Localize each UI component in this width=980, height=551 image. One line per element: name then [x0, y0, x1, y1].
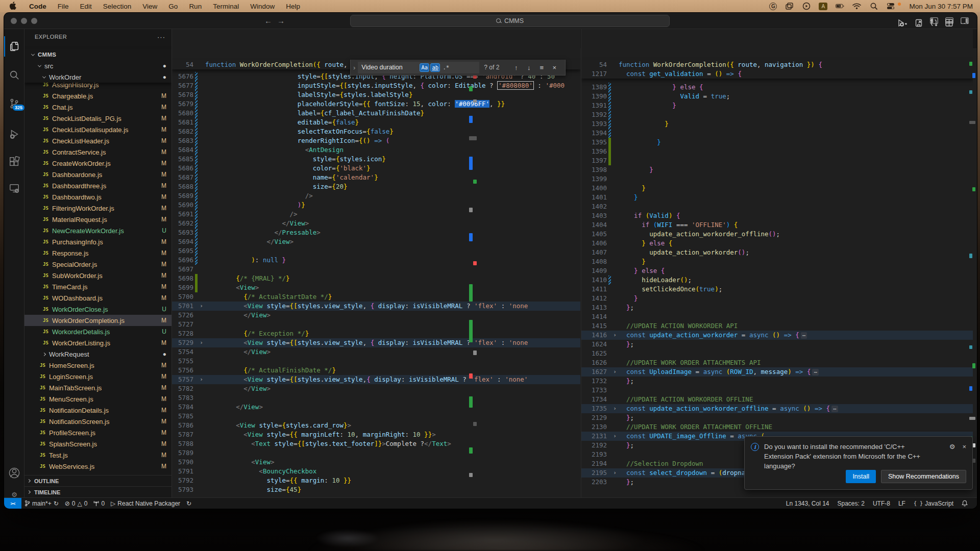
code-line[interactable]: 1404 if (WIFI === 'OFFLINE') { [581, 220, 973, 230]
fold-chevron-icon[interactable] [198, 127, 205, 136]
outline-section[interactable]: OUTLINE [24, 475, 172, 486]
problems-status[interactable]: ⊘0 △0 [62, 498, 91, 509]
explorer-folder-row[interactable]: JS CMMS [24, 49, 172, 60]
fold-chevron-icon[interactable]: › [611, 404, 619, 413]
ports-status[interactable]: 0 [90, 498, 108, 509]
fold-chevron-icon[interactable]: › [611, 468, 619, 478]
fold-chevron-icon[interactable] [611, 165, 619, 174]
zoom-window-button[interactable] [31, 18, 37, 24]
install-button[interactable]: Install [846, 470, 876, 483]
battery-icon[interactable] [836, 3, 844, 10]
fold-chevron-icon[interactable]: › [198, 302, 205, 311]
code-line[interactable]: 5699 <View> [172, 283, 580, 292]
menu-terminal[interactable]: Terminal [207, 3, 244, 10]
code-line[interactable]: 5726 </View> [172, 311, 580, 320]
fold-chevron-icon[interactable] [611, 285, 619, 294]
code-line[interactable]: 1627 › const UploadImage = async (ROW_ID… [581, 367, 973, 377]
extensions-icon[interactable] [4, 152, 24, 172]
input-source-icon[interactable]: A [819, 3, 827, 10]
menu-help[interactable]: Help [280, 3, 306, 10]
explorer-file-row[interactable]: JS PurchasingInfo.js M [24, 236, 172, 247]
code-line[interactable]: 5680 label={cf_label_ActualFinishDate} [172, 109, 580, 118]
code-line[interactable]: 5687 name={'calendar'} [172, 173, 580, 182]
fold-chevron-icon[interactable] [198, 311, 205, 320]
fold-chevron-icon[interactable] [611, 340, 619, 349]
code-line[interactable]: 1405 update_action_workorder_offline(); [581, 230, 973, 239]
code-line[interactable]: 1399 [581, 174, 973, 184]
find-next-icon[interactable]: ↓ [525, 64, 533, 71]
fold-chevron-icon[interactable] [198, 155, 205, 164]
regex-toggle[interactable]: .* [441, 63, 451, 72]
code-line[interactable]: 1395 } [581, 138, 973, 147]
explorer-file-row[interactable]: JS LoginScreen.js M [24, 371, 172, 382]
code-line[interactable]: 1411 setClickedOnce(true); [581, 285, 973, 294]
window-stack-icon[interactable] [785, 3, 794, 10]
explorer-file-row[interactable]: JS Dashboardthree.js M [24, 180, 172, 191]
menu-view[interactable]: View [137, 3, 163, 10]
source-control-icon[interactable]: 325 [4, 93, 24, 114]
explorer-file-row[interactable]: JS NotificationDetails.js M [24, 405, 172, 416]
wifi-icon[interactable] [852, 3, 861, 10]
find-input[interactable] [358, 64, 419, 71]
code-line[interactable]: 5682 selectTextOnFocus={false} [172, 127, 580, 136]
fold-chevron-icon[interactable] [611, 129, 619, 138]
fold-chevron-icon[interactable] [198, 403, 205, 412]
timeline-section[interactable]: TIMELINE [24, 486, 172, 497]
explorer-file-row[interactable]: JS Chargeable.js M [24, 90, 172, 102]
find-in-selection-icon[interactable]: ≡ [537, 64, 546, 71]
fold-chevron-icon[interactable]: › [198, 375, 205, 384]
fold-chevron-icon[interactable] [198, 476, 205, 485]
fold-chevron-icon[interactable] [611, 459, 619, 468]
fold-chevron-icon[interactable] [198, 357, 205, 366]
code-line[interactable]: 5681 editable={false} [172, 118, 580, 127]
code-line[interactable]: 1392 [581, 110, 973, 119]
fold-chevron-icon[interactable] [198, 145, 205, 155]
explorer-file-row[interactable]: JS NewCreateWorkOrder.js U [24, 225, 172, 236]
code-line[interactable]: 1409 } else { [581, 266, 973, 276]
screen-record-icon[interactable] [802, 3, 811, 10]
code-line[interactable]: 1396 [581, 147, 973, 156]
explorer-file-row[interactable]: JS Dashboardone.js M [24, 169, 172, 180]
fold-chevron-icon[interactable] [611, 395, 619, 404]
menu-file[interactable]: File [52, 3, 75, 10]
code-line[interactable]: 1394 [581, 129, 973, 138]
code-line[interactable]: 5793 size={45} [172, 485, 580, 494]
run-on-device-icon[interactable] [915, 19, 922, 27]
code-line[interactable]: 5693 </Pressable> [172, 228, 580, 237]
code-line[interactable]: 5700 {/* ActualStartDate */} [172, 292, 580, 302]
fold-chevron-icon[interactable] [198, 384, 205, 393]
fold-chevron-icon[interactable] [198, 173, 205, 182]
match-case-toggle[interactable]: Aa [420, 63, 429, 72]
explorer-file-row[interactable]: JS WorkOrderClose.js U [24, 304, 172, 315]
explorer-file-row[interactable]: JS Response.js M [24, 247, 172, 259]
fold-chevron-icon[interactable] [198, 136, 205, 145]
fold-chevron-icon[interactable] [198, 366, 205, 375]
fold-chevron-icon[interactable] [198, 210, 205, 219]
explorer-file-row[interactable]: JS ContractService.js M [24, 146, 172, 158]
close-window-button[interactable] [11, 18, 17, 24]
notification-settings-gear-icon[interactable]: ⚙ [949, 443, 955, 450]
fold-chevron-icon[interactable] [198, 81, 205, 90]
code-line[interactable]: 5783 [172, 393, 580, 403]
fold-chevron-icon[interactable] [198, 201, 205, 210]
fold-chevron-icon[interactable] [611, 349, 619, 358]
code-line[interactable]: 1733 [581, 386, 973, 395]
explorer-file-row[interactable]: JS WorkRequest ● [24, 348, 172, 360]
accounts-icon[interactable] [4, 463, 24, 483]
fold-chevron-icon[interactable]: › [198, 338, 205, 347]
code-line[interactable]: 5755 [172, 357, 580, 366]
fold-chevron-icon[interactable] [611, 101, 619, 110]
fold-chevron-icon[interactable] [611, 119, 619, 129]
remote-indicator[interactable]: >< [4, 498, 21, 509]
fold-chevron-icon[interactable]: › [611, 367, 619, 377]
fold-chevron-icon[interactable] [611, 312, 619, 321]
explorer-file-row[interactable]: JS WorkOrderCompletion.js M [24, 315, 172, 326]
fold-chevron-icon[interactable] [611, 248, 619, 257]
explorer-more-actions-icon[interactable]: ··· [157, 33, 165, 41]
fold-chevron-icon[interactable] [198, 164, 205, 173]
fold-chevron-icon[interactable] [611, 220, 619, 230]
fold-chevron-icon[interactable] [611, 230, 619, 239]
code-line[interactable]: 5692 </View> [172, 219, 580, 228]
run-debug-file-icon[interactable] [898, 19, 908, 27]
explorer-file-row[interactable]: JS CheckListDetalis_PG.js M [24, 113, 172, 124]
